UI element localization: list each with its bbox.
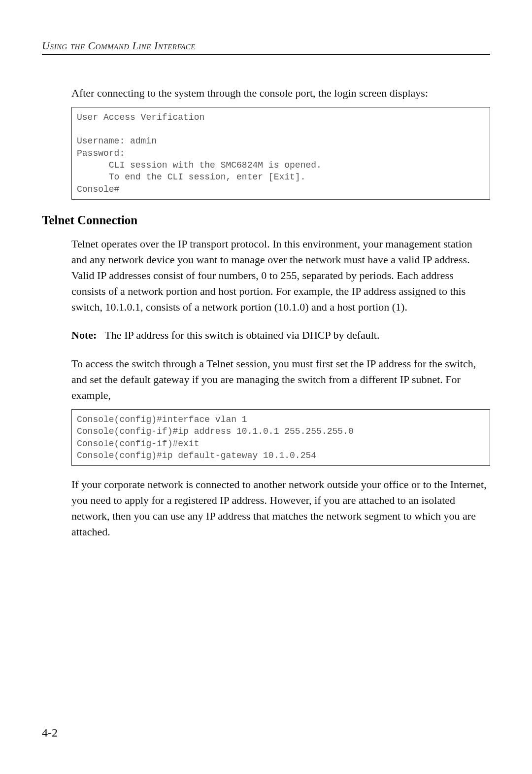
section-heading-telnet: Telnet Connection bbox=[42, 213, 490, 227]
page-header: Using the Command Line Interface bbox=[42, 39, 490, 52]
note-label: Note: bbox=[71, 329, 97, 341]
access-paragraph: To access the switch through a Telnet se… bbox=[71, 356, 490, 403]
note-text bbox=[100, 329, 105, 341]
note-body: The IP address for this switch is obtain… bbox=[104, 329, 379, 341]
closing-paragraph: If your corporate network is connected t… bbox=[71, 477, 490, 540]
telnet-paragraph: Telnet operates over the IP transport pr… bbox=[71, 236, 490, 315]
page-number: 4-2 bbox=[42, 726, 58, 739]
intro-paragraph: After connecting to the system through t… bbox=[71, 85, 490, 101]
header-divider bbox=[42, 54, 490, 55]
note-paragraph: Note: The IP address for this switch is … bbox=[71, 327, 490, 343]
code-block-config: Console(config)#interface vlan 1 Console… bbox=[71, 409, 490, 466]
code-block-login: User Access Verification Username: admin… bbox=[71, 107, 490, 200]
